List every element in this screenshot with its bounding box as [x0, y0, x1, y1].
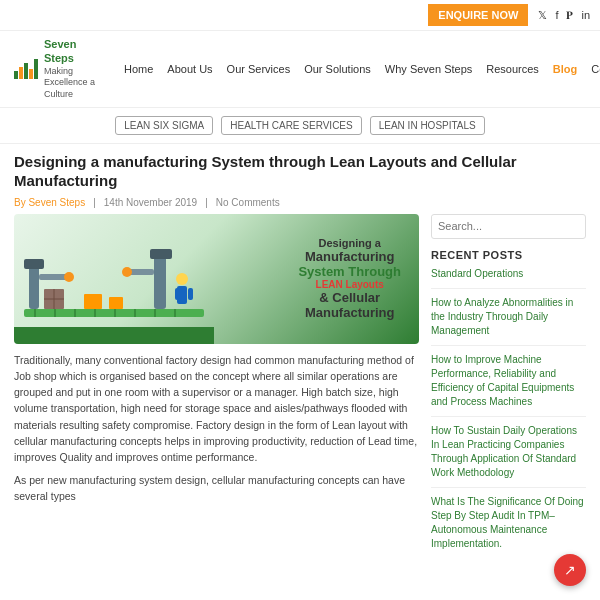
svg-rect-3: [74, 309, 76, 317]
fi-line3: System Through: [298, 264, 401, 279]
share-icon: ↗: [564, 562, 576, 578]
recent-post-0: Standard Operations: [431, 267, 586, 289]
nav-contact[interactable]: Contact Us: [591, 63, 600, 75]
svg-rect-5: [114, 309, 116, 317]
svg-rect-26: [14, 327, 214, 344]
nav-solutions[interactable]: Our Solutions: [304, 63, 371, 75]
svg-rect-14: [109, 297, 123, 309]
svg-rect-9: [29, 264, 39, 309]
svg-rect-6: [134, 309, 136, 317]
article-meta: By Seven Steps | 14th November 2019 | No…: [0, 195, 600, 214]
svg-rect-7: [154, 309, 156, 317]
svg-rect-2: [54, 309, 56, 317]
logo-text: Seven Steps Making Excellence a Culture: [44, 37, 104, 101]
svg-point-22: [176, 273, 188, 285]
svg-point-12: [64, 272, 74, 282]
recent-post-link-4[interactable]: What Is The Significance Of Doing Step B…: [431, 495, 586, 551]
logo-icon: [14, 59, 38, 79]
svg-rect-1: [34, 309, 36, 317]
meta-comments: No Comments: [216, 197, 280, 208]
fi-lean: LEAN Layouts: [298, 279, 401, 290]
nav-about[interactable]: About Us: [167, 63, 212, 75]
left-column: Designing a Manufacturing System Through…: [14, 214, 419, 565]
search-box[interactable]: 🔍: [431, 214, 586, 239]
svg-rect-4: [94, 309, 96, 317]
article-body-2: As per new manufacturing system design, …: [14, 472, 419, 505]
svg-rect-8: [174, 309, 176, 317]
tag-lean-six-sigma[interactable]: LEAN SIX SIGMA: [115, 116, 213, 135]
recent-post-2: How to Improve Machine Performance, Reli…: [431, 353, 586, 417]
tag-health-care[interactable]: HEALTH CARE SERVICES: [221, 116, 361, 135]
share-button[interactable]: ↗: [554, 554, 586, 586]
featured-image-text: Designing a Manufacturing System Through…: [290, 229, 409, 328]
top-bar: ENQUIRE NOW 𝕏 f 𝐏 in: [0, 0, 600, 31]
right-column: 🔍 RECENT POSTS Standard Operations How t…: [431, 214, 586, 565]
nav-services[interactable]: Our Services: [227, 63, 291, 75]
main-nav: Home About Us Our Services Our Solutions…: [124, 63, 600, 75]
svg-rect-13: [84, 294, 102, 309]
recent-post-1: How to Analyze Abnormalities in the Indu…: [431, 296, 586, 346]
meta-date: 14th November 2019: [104, 197, 197, 208]
pinterest-icon[interactable]: 𝐏: [566, 9, 573, 22]
nav-home[interactable]: Home: [124, 63, 153, 75]
fi-line2: Manufacturing: [298, 249, 401, 264]
logo: Seven Steps Making Excellence a Culture: [14, 37, 104, 101]
svg-rect-15: [154, 254, 166, 309]
svg-rect-10: [24, 259, 44, 269]
svg-point-18: [122, 267, 132, 277]
fi-line1: Designing a: [298, 237, 401, 249]
meta-separator2: |: [205, 197, 208, 208]
facebook-icon[interactable]: f: [555, 9, 558, 22]
search-button[interactable]: 🔍: [582, 215, 586, 238]
article-body-1: Traditionally, many conventional factory…: [14, 352, 419, 466]
tags-row: LEAN SIX SIGMA HEALTH CARE SERVICES LEAN…: [0, 108, 600, 144]
fi-and: & Cellular: [298, 290, 401, 305]
svg-rect-16: [150, 249, 172, 259]
recent-post-link-1[interactable]: How to Analyze Abnormalities in the Indu…: [431, 296, 586, 338]
machine-illustration: [14, 224, 214, 344]
fi-mfg: Manufacturing: [298, 305, 401, 320]
article-title: Designing a manufacturing System through…: [0, 144, 600, 195]
twitter-icon[interactable]: 𝕏: [538, 9, 547, 22]
meta-separator: |: [93, 197, 96, 208]
recent-post-link-3[interactable]: How To Sustain Daily Operations In Lean …: [431, 424, 586, 480]
linkedin-icon[interactable]: in: [581, 9, 590, 22]
svg-rect-24: [175, 288, 180, 300]
meta-author[interactable]: By Seven Steps: [14, 197, 85, 208]
recent-posts-title: RECENT POSTS: [431, 249, 586, 261]
nav-blog[interactable]: Blog: [553, 63, 577, 75]
search-input[interactable]: [432, 216, 582, 236]
recent-post-4: What Is The Significance Of Doing Step B…: [431, 495, 586, 558]
main-content: Designing a Manufacturing System Through…: [0, 214, 600, 565]
svg-rect-17: [129, 269, 154, 275]
recent-post-link-2[interactable]: How to Improve Machine Performance, Reli…: [431, 353, 586, 409]
enquire-button[interactable]: ENQUIRE NOW: [428, 4, 528, 26]
recent-post-link-0[interactable]: Standard Operations: [431, 267, 586, 281]
social-icons: 𝕏 f 𝐏 in: [538, 9, 590, 22]
recent-post-3: How To Sustain Daily Operations In Lean …: [431, 424, 586, 488]
featured-image: Designing a Manufacturing System Through…: [14, 214, 419, 344]
header: Seven Steps Making Excellence a Culture …: [0, 31, 600, 108]
tag-lean-hospitals[interactable]: LEAN IN HOSPITALS: [370, 116, 485, 135]
nav-resources[interactable]: Resources: [486, 63, 539, 75]
nav-why[interactable]: Why Seven Steps: [385, 63, 472, 75]
svg-rect-25: [188, 288, 193, 300]
